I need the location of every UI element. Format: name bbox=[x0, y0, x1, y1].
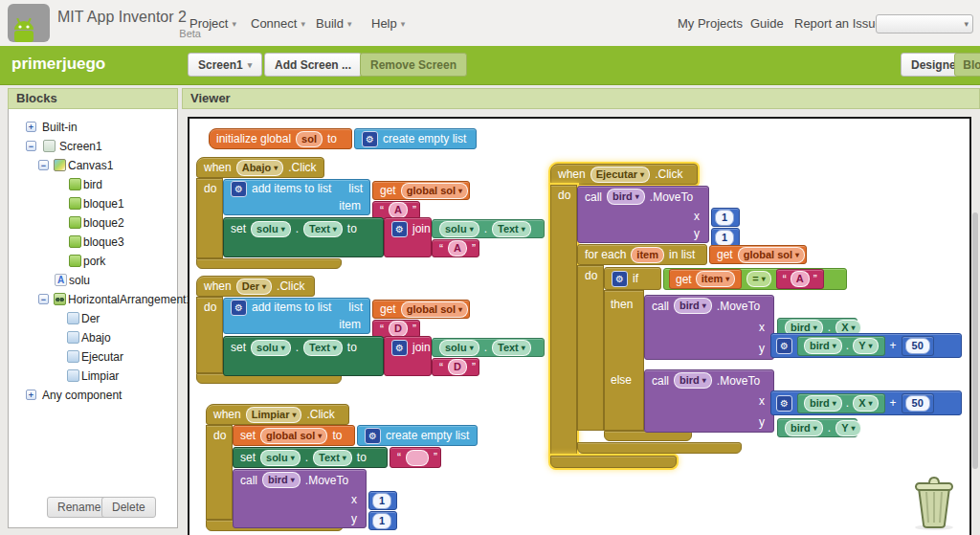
component-dropdown[interactable]: solu▾ bbox=[439, 340, 479, 356]
block-for-each-item[interactable]: for each item in list bbox=[577, 244, 707, 265]
number-field[interactable]: 50 bbox=[905, 338, 930, 354]
block-set-solu-text[interactable]: set solu▾ . Text▾ to bbox=[223, 336, 384, 376]
component-dropdown[interactable]: bird▾ bbox=[674, 372, 712, 389]
block-equals-comparison[interactable]: getitem▾ =▾ “A” bbox=[663, 268, 847, 290]
block-if[interactable]: ⚙ if bbox=[604, 267, 661, 290]
block-text-empty[interactable]: “” bbox=[390, 447, 441, 468]
number-field[interactable]: 1 bbox=[372, 513, 391, 529]
variable-dropdown[interactable]: global sol▾ bbox=[401, 183, 468, 199]
block-when-der-click[interactable]: when Der▾ .Click bbox=[196, 276, 315, 297]
block-get-bird-y[interactable]: bird▾ . Y▾ bbox=[777, 418, 858, 437]
component-dropdown[interactable]: solu▾ bbox=[439, 221, 479, 237]
loop-variable-field[interactable]: item bbox=[631, 247, 664, 263]
link-my-projects[interactable]: My Projects bbox=[678, 16, 743, 31]
property-dropdown[interactable]: Y▾ bbox=[853, 338, 878, 354]
tree-item-bloque3[interactable]: bloque3 bbox=[9, 233, 177, 252]
block-call-bird-moveto-else[interactable]: call bird▾ .MoveTo x y bbox=[644, 369, 774, 433]
text-field[interactable]: A bbox=[389, 202, 408, 218]
block-when-ejecutar-bottom[interactable] bbox=[550, 456, 677, 468]
block-call-bird-moveto[interactable]: call bird▾ .MoveTo x y bbox=[577, 186, 709, 243]
block-when-limpiar-click[interactable]: when Limpiar▾ .Click bbox=[206, 404, 349, 425]
number-field[interactable]: 1 bbox=[715, 210, 734, 226]
component-dropdown[interactable]: bird▾ bbox=[607, 189, 645, 205]
block-set-solu-text[interactable]: set solu▾ . Text▾ to bbox=[223, 217, 384, 257]
tree-collapse-icon[interactable]: − bbox=[38, 294, 49, 304]
property-dropdown[interactable]: Text▾ bbox=[492, 221, 531, 237]
remove-screen-button[interactable]: Remove Screen bbox=[360, 53, 467, 77]
component-dropdown[interactable]: Abajo▾ bbox=[236, 160, 284, 176]
block-number-50[interactable]: 50 bbox=[902, 393, 934, 413]
component-dropdown[interactable]: bird▾ bbox=[785, 420, 823, 436]
tree-item-horizontalarrangement1[interactable]: −HorizontalArrangement1 bbox=[9, 290, 177, 309]
variable-dropdown[interactable]: global sol▾ bbox=[401, 301, 468, 318]
block-add-items-to-list[interactable]: ⚙add items to listlist item bbox=[223, 179, 370, 215]
component-dropdown[interactable]: bird▾ bbox=[804, 338, 842, 354]
block-call-bird-moveto-then[interactable]: call bird▾ .MoveTo x y bbox=[644, 295, 774, 360]
tree-expand-icon[interactable]: + bbox=[26, 122, 36, 132]
property-dropdown[interactable]: Y▾ bbox=[835, 420, 860, 436]
menu-connect[interactable]: Connect▾ bbox=[251, 16, 305, 31]
tree-item-solu[interactable]: Asolu bbox=[9, 271, 177, 290]
block-number-1[interactable]: 1 bbox=[368, 511, 397, 530]
tree-item-bloque1[interactable]: bloque1 bbox=[9, 194, 177, 213]
delete-button[interactable]: Delete bbox=[101, 497, 156, 518]
block-number-1[interactable]: 1 bbox=[711, 208, 740, 227]
menu-help[interactable]: Help▾ bbox=[371, 16, 405, 31]
block-get-solu-text[interactable]: solu▾ . Text▾ bbox=[432, 219, 545, 238]
block-when-ejecutar-click[interactable]: when Ejecutar▾ .Click bbox=[550, 164, 698, 185]
property-dropdown[interactable]: Text▾ bbox=[303, 221, 343, 237]
block-text-d[interactable]: “D” bbox=[432, 358, 479, 376]
block-when-abajo-do-spine[interactable]: do bbox=[196, 178, 223, 258]
block-set-global-sol[interactable]: set global sol▾ to bbox=[233, 425, 355, 446]
block-when-ejecutar-do-spine[interactable]: do bbox=[550, 185, 577, 456]
block-set-solu-text[interactable]: set solu▾ . Text▾ to bbox=[233, 447, 388, 468]
block-for-each-bottom[interactable] bbox=[577, 442, 742, 454]
block-join[interactable]: ⚙join bbox=[384, 217, 432, 257]
viewer-scrollbar[interactable] bbox=[972, 212, 978, 469]
menu-project[interactable]: Project▾ bbox=[189, 16, 236, 31]
component-dropdown[interactable]: solu▾ bbox=[251, 340, 291, 356]
mutator-gear-icon[interactable]: ⚙ bbox=[391, 221, 408, 237]
component-dropdown[interactable]: Der▾ bbox=[236, 279, 272, 295]
property-dropdown[interactable]: Text▾ bbox=[303, 340, 343, 356]
block-get-global-sol[interactable]: get global sol▾ bbox=[372, 181, 470, 200]
link-report-issue[interactable]: Report an Issue bbox=[794, 16, 882, 31]
mutator-gear-icon[interactable]: ⚙ bbox=[365, 428, 381, 444]
block-number-1[interactable]: 1 bbox=[368, 491, 397, 510]
block-initialize-global-sol[interactable]: initialize global sol to bbox=[209, 128, 352, 149]
tree-item-abajo[interactable]: Abajo bbox=[9, 328, 177, 347]
blocks-workspace[interactable]: initialize global sol to ⚙ create empty … bbox=[188, 117, 971, 535]
number-field[interactable]: 1 bbox=[372, 493, 391, 509]
block-when-der-do-spine[interactable]: do bbox=[196, 297, 223, 373]
component-dropdown[interactable]: bird▾ bbox=[674, 298, 712, 314]
add-screen-button[interactable]: Add Screen ... bbox=[264, 53, 362, 77]
component-dropdown[interactable]: solu▾ bbox=[251, 221, 291, 237]
number-field[interactable]: 50 bbox=[905, 395, 930, 412]
component-dropdown[interactable]: Limpiar▾ bbox=[246, 407, 302, 423]
operator-dropdown[interactable]: =▾ bbox=[746, 271, 770, 287]
screen-selector-button[interactable]: Screen1▾ bbox=[188, 53, 262, 77]
property-dropdown[interactable]: Text▾ bbox=[313, 450, 352, 466]
block-get-global-sol[interactable]: get global sol▾ bbox=[709, 245, 807, 264]
component-dropdown[interactable]: solu▾ bbox=[260, 450, 301, 466]
block-number-1[interactable]: 1 bbox=[711, 228, 740, 247]
mutator-gear-icon[interactable]: ⚙ bbox=[612, 271, 628, 287]
number-field[interactable]: 1 bbox=[715, 230, 734, 246]
text-field[interactable]: A bbox=[448, 240, 467, 256]
mutator-gear-icon[interactable]: ⚙ bbox=[231, 181, 247, 197]
variable-dropdown[interactable]: global sol▾ bbox=[738, 247, 805, 263]
block-for-each-do-spine[interactable]: do bbox=[577, 265, 604, 431]
mutator-gear-icon[interactable]: ⚙ bbox=[776, 395, 792, 412]
mutator-gear-icon[interactable]: ⚙ bbox=[231, 300, 247, 316]
block-math-add[interactable]: ⚙ bird▾.Y▾ + 50 bbox=[770, 333, 962, 358]
tree-item-canvas1[interactable]: −Canvas1 bbox=[9, 156, 177, 175]
block-call-bird-moveto[interactable]: call bird▾ .MoveTo x y bbox=[233, 469, 367, 528]
block-when-abajo-bottom[interactable] bbox=[196, 258, 342, 269]
component-dropdown[interactable]: Ejecutar▾ bbox=[590, 167, 650, 183]
variable-dropdown[interactable]: global sol▾ bbox=[260, 428, 327, 444]
language-dropdown[interactable]: ▾ bbox=[876, 14, 973, 33]
block-create-empty-list[interactable]: ⚙ create empty list bbox=[354, 128, 477, 149]
tree-item-screen1[interactable]: −Screen1 bbox=[9, 137, 177, 156]
block-join[interactable]: ⚙join bbox=[384, 336, 432, 376]
component-dropdown[interactable]: bird▾ bbox=[804, 395, 842, 412]
